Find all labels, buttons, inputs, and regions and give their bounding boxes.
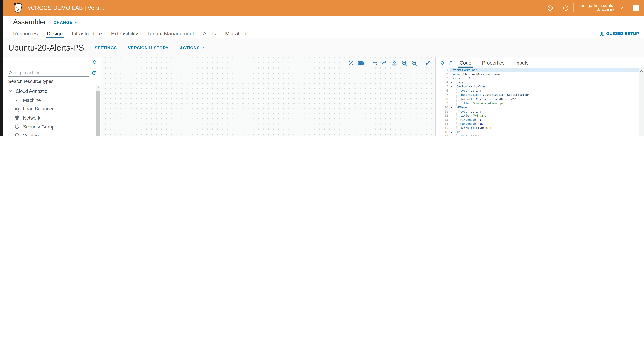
- sidebar-header: [3, 58, 100, 67]
- code-line-text: formatVersion: 1: [453, 68, 480, 72]
- sidebar-item-cloud-agnostic-network[interactable]: Network: [3, 113, 95, 122]
- code-line-text: name: Ubuntu-20-with-minion: [453, 72, 500, 76]
- code-fold-arrow[interactable]: ▾: [450, 85, 453, 89]
- tab-resources[interactable]: Resources: [13, 29, 38, 38]
- guided-setup-link[interactable]: GUIDED SETUP: [600, 29, 639, 38]
- code-line[interactable]: 5▾ CustomizationSpec:: [436, 85, 639, 89]
- code-line-number: 5: [436, 85, 450, 89]
- code-line[interactable]: 7 description: Customization Specificati…: [436, 93, 639, 97]
- code-line[interactable]: 4▾inputs:: [436, 80, 639, 85]
- code-line[interactable]: 2name: Ubuntu-20-with-minion: [436, 72, 639, 76]
- collapse-panel-icon[interactable]: [440, 60, 445, 65]
- code-line[interactable]: 8 default: Customization-Ubuntu-22: [436, 97, 639, 101]
- sidebar-item-cloud-agnostic-security-group[interactable]: Security Group: [3, 122, 95, 131]
- sidebar-item-cloud-agnostic-volume[interactable]: Volume: [3, 131, 95, 136]
- code-line[interactable]: 1formatVersion: 1: [436, 68, 639, 72]
- code-line[interactable]: 6 type: string: [436, 89, 639, 93]
- cylinder-icon: [14, 133, 20, 136]
- chevron-down-icon[interactable]: [9, 89, 12, 93]
- user-name: configadmin confi..: [578, 3, 614, 8]
- code-line[interactable]: 9 title: 'Customization Spec:': [436, 101, 639, 106]
- tab-alerts[interactable]: Alerts: [203, 29, 216, 38]
- code-line[interactable]: 13 minLength: 1: [436, 118, 639, 122]
- toolbar-divider: [421, 60, 422, 66]
- code-line[interactable]: 3version: 9: [436, 76, 639, 80]
- chevron-down-icon: [74, 20, 78, 24]
- code-line-text: IP:: [453, 130, 462, 134]
- scroll-up-icon[interactable]: [640, 69, 643, 72]
- keyboard-icon[interactable]: [358, 60, 364, 66]
- code-line[interactable]: 17 type: string: [436, 134, 639, 136]
- sidebar-item-cloud-agnostic-machine[interactable]: Machine: [3, 96, 95, 104]
- sidebar-section-cloud-agnostic[interactable]: Cloud Agnostic: [3, 87, 95, 96]
- top-header-bar: vCROCS DEMO LAB | Vers… ? configadmin co…: [3, 0, 644, 16]
- code-line[interactable]: 14 maxLength: 15: [436, 122, 639, 126]
- zoom-in-icon[interactable]: [401, 60, 408, 66]
- code-line-text: maxLength: 15: [453, 122, 483, 126]
- redo-icon[interactable]: [382, 60, 388, 66]
- tab-infrastructure[interactable]: Infrastructure: [72, 29, 102, 38]
- tab-tenant-management[interactable]: Tenant Management: [147, 29, 194, 38]
- doc-link-settings[interactable]: SETTINGS: [95, 46, 117, 50]
- header-divider: [574, 3, 574, 12]
- change-service-link[interactable]: CHANGE: [54, 20, 78, 24]
- code-fold-arrow[interactable]: ▾: [450, 80, 453, 85]
- chevron-down-icon: [201, 46, 205, 50]
- sidebar-item-label: Security Group: [23, 124, 54, 129]
- feedback-smiley-icon[interactable]: [547, 5, 553, 11]
- code-line[interactable]: 12 title: 'VM Name:': [436, 114, 639, 118]
- code-panel-tab-code[interactable]: Code: [460, 58, 471, 68]
- import-icon[interactable]: [391, 60, 398, 66]
- design-canvas[interactable]: Cloud_vSphere… Cluster:PROD Cloud_vSpher…: [101, 58, 435, 136]
- tab-extensibility[interactable]: Extensibility: [111, 29, 138, 38]
- tab-migration[interactable]: Migration: [225, 29, 246, 38]
- doc-link-version-history[interactable]: VERSION HISTORY: [128, 46, 169, 50]
- code-line-text: description: Customization Specification: [453, 93, 530, 97]
- page-title: Ubuntu-20-Alerts-PS: [8, 43, 84, 52]
- code-panel-tab-inputs[interactable]: Inputs: [515, 58, 529, 68]
- sidebar-search-row: [8, 70, 96, 77]
- code-line[interactable]: 10▾ VMName:: [436, 106, 639, 110]
- code-line[interactable]: 16▾ IP:: [436, 130, 639, 134]
- code-line[interactable]: 15 default: LINUX-U-16: [436, 126, 639, 130]
- header-divider: [558, 3, 558, 12]
- scroll-up-icon[interactable]: [96, 86, 100, 90]
- code-line-number: 8: [436, 97, 450, 101]
- code-fold-arrow[interactable]: ▾: [450, 130, 453, 134]
- code-line-number: 4: [436, 80, 450, 85]
- expand-panel-icon[interactable]: [448, 60, 453, 65]
- code-line-text: minLength: 1: [453, 118, 481, 122]
- undo-icon[interactable]: [372, 60, 378, 66]
- yaml-editor[interactable]: 1formatVersion: 12name: Ubuntu-20-with-m…: [436, 68, 639, 136]
- scrollbar-thumb[interactable]: [96, 91, 100, 136]
- doc-link-actions[interactable]: ACTIONS: [180, 46, 205, 50]
- user-menu-chevron-icon[interactable]: [619, 6, 624, 10]
- refresh-icon[interactable]: [91, 70, 96, 76]
- code-fold-arrow[interactable]: ▾: [450, 106, 453, 110]
- code-panel-tab-properties[interactable]: Properties: [482, 58, 504, 68]
- sidebar-scrollbar[interactable]: [96, 86, 100, 136]
- code-line-number: 14: [436, 122, 450, 126]
- code-line-text: title: 'VM Name:': [453, 114, 490, 118]
- code-line-text: VMName:: [453, 106, 468, 110]
- user-menu[interactable]: configadmin confi.. VAIDM: [578, 3, 614, 13]
- svg-text:?: ?: [565, 6, 567, 10]
- settings-slash-icon[interactable]: [348, 60, 354, 66]
- code-line-number: 13: [436, 118, 450, 122]
- code-line-number: 3: [436, 76, 450, 80]
- sidebar-item-cloud-agnostic-load-balancer[interactable]: Load Balancer: [3, 104, 95, 113]
- org-tree-icon: [596, 8, 600, 12]
- tab-design[interactable]: Design: [47, 29, 63, 38]
- collapse-sidebar-icon[interactable]: [92, 60, 98, 65]
- help-icon[interactable]: ?: [563, 5, 569, 11]
- editor-vertical-scrollbar[interactable]: [638, 68, 644, 136]
- search-input[interactable]: [15, 70, 89, 75]
- code-line[interactable]: 11 type: string: [436, 110, 639, 114]
- app-switcher-icon[interactable]: [633, 5, 639, 11]
- machine-icon: [14, 97, 20, 103]
- zoom-out-icon[interactable]: [411, 60, 417, 66]
- expand-icon[interactable]: [425, 60, 431, 66]
- toolbar-divider: [368, 60, 368, 66]
- sidebar-item-label: Machine: [23, 98, 41, 102]
- code-line-number: 9: [436, 101, 450, 106]
